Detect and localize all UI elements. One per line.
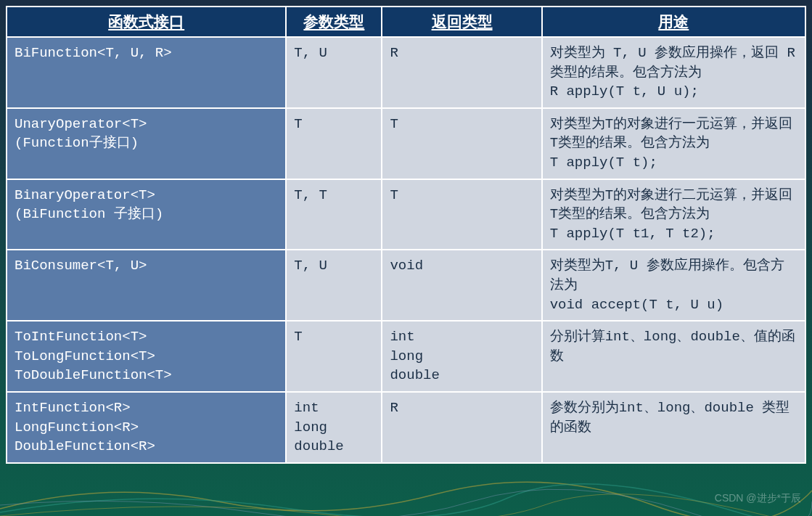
cell-param: T, U [286,37,382,108]
table-row: ToIntFunction<T> ToLongFunction<T> ToDou… [7,321,805,392]
cell-usage: 对类型为T的对象进行二元运算，并返回T类型的结果。包含方法为 T apply(T… [542,179,805,250]
cell-param: int long double [286,392,382,463]
background-decoration [0,472,812,516]
cell-usage: 分别计算int、long、double、值的函数 [542,321,805,392]
cell-usage: 对类型为T的对象进行一元运算，并返回T类型的结果。包含方法为 T apply(T… [542,108,805,179]
watermark: CSDN @进步*于辰 [715,492,801,505]
functional-interface-table: 函数式接口 参数类型 返回类型 用途 BiFunction<T, U, R> T… [6,6,806,464]
cell-usage: 对类型为 T, U 参数应用操作，返回 R 类型的结果。包含方法为 R appl… [542,37,805,108]
cell-param: T [286,321,382,392]
cell-return: int long double [382,321,541,392]
table-container: 函数式接口 参数类型 返回类型 用途 BiFunction<T, U, R> T… [0,0,812,464]
table-row: BiConsumer<T, U> T, U void 对类型为T, U 参数应用… [7,250,805,321]
cell-param: T, T [286,179,382,250]
cell-interface: BinaryOperator<T> (BiFunction 子接口) [7,179,286,250]
cell-param: T [286,108,382,179]
cell-usage: 对类型为T, U 参数应用操作。包含方法为 void accept(T t, U… [542,250,805,321]
cell-return: R [382,392,541,463]
table-row: BinaryOperator<T> (BiFunction 子接口) T, T … [7,179,805,250]
cell-interface: ToIntFunction<T> ToLongFunction<T> ToDou… [7,321,286,392]
cell-usage: 参数分别为int、long、double 类型的函数 [542,392,805,463]
header-return: 返回类型 [382,7,541,37]
cell-return: T [382,179,541,250]
cell-return: R [382,37,541,108]
table-row: UnaryOperator<T> (Function子接口) T T 对类型为T… [7,108,805,179]
cell-return: T [382,108,541,179]
header-usage: 用途 [542,7,805,37]
cell-interface: IntFunction<R> LongFunction<R> DoubleFun… [7,392,286,463]
header-interface: 函数式接口 [7,7,286,37]
cell-param: T, U [286,250,382,321]
cell-interface: UnaryOperator<T> (Function子接口) [7,108,286,179]
table-row: BiFunction<T, U, R> T, U R 对类型为 T, U 参数应… [7,37,805,108]
cell-interface: BiFunction<T, U, R> [7,37,286,108]
cell-interface: BiConsumer<T, U> [7,250,286,321]
table-header-row: 函数式接口 参数类型 返回类型 用途 [7,7,805,37]
table-row: IntFunction<R> LongFunction<R> DoubleFun… [7,392,805,463]
header-param: 参数类型 [286,7,382,37]
cell-return: void [382,250,541,321]
